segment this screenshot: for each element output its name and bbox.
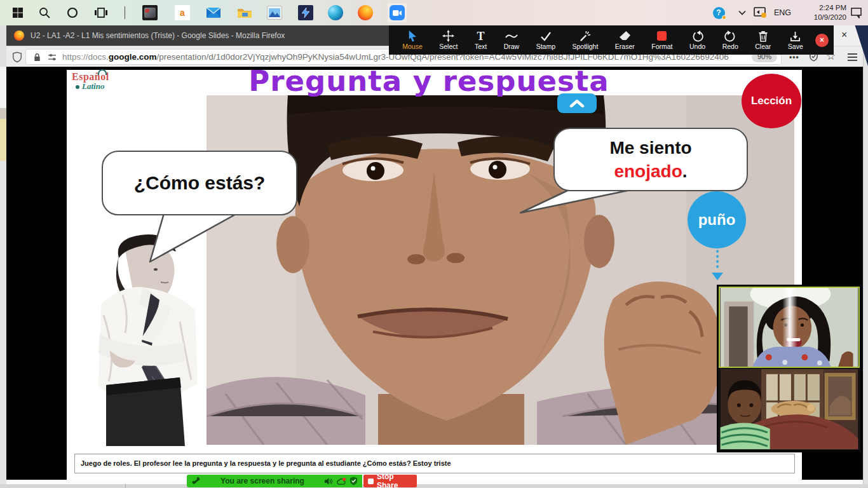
tool-mouse[interactable]: Mouse (394, 25, 431, 55)
cloud-recording-icon (336, 477, 346, 485)
tool-draw[interactable]: Draw (495, 25, 527, 55)
windows-taskbar: a ? (0, 0, 868, 25)
taskbar-mail[interactable] (206, 5, 221, 20)
headphones-icon (98, 69, 107, 75)
taskbar-divider (125, 6, 125, 19)
redo-icon (724, 30, 736, 42)
cortana-button[interactable] (65, 5, 80, 20)
action-center-icon (850, 7, 863, 18)
trash-icon (758, 30, 768, 42)
tray-display-button[interactable] (752, 5, 768, 20)
format-color-icon (657, 30, 667, 42)
draw-icon (505, 30, 518, 42)
taskbar-edge[interactable] (328, 5, 343, 20)
video-panel[interactable] (717, 285, 862, 452)
mouse-cursor-icon (407, 30, 418, 42)
tracking-protection-shield-icon[interactable] (11, 51, 23, 64)
help-icon: ? (713, 7, 725, 19)
taskbar-zoom-active[interactable] (388, 3, 407, 22)
tool-undo[interactable]: Undo (681, 25, 714, 55)
tool-redo[interactable]: Redo (714, 25, 747, 55)
vocab-circle: puño (688, 191, 746, 248)
cortana-icon (66, 6, 79, 19)
answer-line2: enojado. (614, 159, 687, 183)
screen: a ? (0, 0, 868, 488)
tool-spotlight[interactable]: Spotlight (564, 25, 606, 55)
taskbar-photo-app[interactable] (142, 5, 158, 20)
action-center-button[interactable] (849, 5, 864, 20)
lock-icon (32, 52, 42, 62)
window-close-button[interactable]: × (841, 29, 847, 41)
stop-share-button[interactable]: Stop Share (363, 475, 417, 487)
tool-clear[interactable]: Clear (747, 25, 780, 55)
phone-icon (192, 477, 201, 485)
sharing-status-text: You are screen sharing (201, 477, 324, 485)
dotted-arrow-down (708, 250, 727, 281)
window-title: U2 - LA1 -A2 - L1 Mis sentimientos (Tris… (31, 31, 285, 40)
check-icon (540, 30, 552, 42)
security-shield-icon (349, 477, 358, 485)
background-window-edge-left (0, 67, 6, 108)
background-window-edge-left (0, 25, 6, 67)
taskbar-amazon[interactable]: a (175, 5, 190, 20)
taskbar-photos[interactable] (267, 5, 282, 20)
speaker-notes: Juego de roles. El profesor lee la pregu… (74, 454, 795, 473)
tool-format[interactable]: Format (643, 25, 681, 55)
tray-hidden-icons-button[interactable] (735, 5, 750, 20)
background-window-edge-left (0, 161, 6, 488)
logo-text-bottom: Latino (82, 81, 109, 92)
tray-language-button[interactable]: ENG (774, 8, 791, 17)
close-icon: × (820, 36, 824, 44)
tray-clock-button[interactable]: 2:24 PM 10/9/2020 (796, 3, 846, 22)
taskbar-lightning-app[interactable] (298, 5, 313, 20)
permissions-icon[interactable] (47, 52, 57, 62)
vocab-circle-label: puño (698, 211, 736, 229)
folder-icon (237, 6, 252, 19)
save-download-icon (790, 30, 801, 42)
taskbar-search-button[interactable] (37, 5, 52, 20)
eraser-icon (619, 30, 631, 42)
espanol-latino-logo: Español Latino (72, 71, 109, 92)
move-cross-icon (442, 30, 454, 42)
menu-hamburger-icon[interactable] (848, 53, 857, 55)
participant-video-student (719, 369, 860, 450)
chevron-down-icon (738, 10, 746, 15)
tool-stamp[interactable]: Stamp (527, 25, 564, 55)
answer-bubble-tail (518, 189, 634, 217)
microphone-icon (76, 85, 79, 89)
annotation-toolbar: Mouse Select T Text Draw Stamp Spotlight… (389, 25, 834, 55)
windows-logo-icon (12, 7, 24, 18)
answer-emotion: enojado (614, 161, 682, 181)
taskbar-file-explorer[interactable] (237, 5, 252, 20)
background-window-edge-left (0, 119, 6, 161)
lesson-badge: Lección (742, 74, 801, 128)
start-button[interactable] (10, 5, 25, 20)
search-icon (38, 6, 51, 19)
tool-select[interactable]: Select (431, 25, 466, 55)
question-text: ¿Cómo estás? (134, 172, 266, 194)
display-icon (754, 7, 767, 18)
question-bubble: ¿Cómo estás? (102, 151, 297, 215)
taskbar-firefox[interactable] (358, 5, 373, 20)
thinking-man-photo (85, 233, 199, 446)
lesson-badge-label: Lección (751, 95, 792, 107)
tray-help-button[interactable]: ? (711, 5, 726, 20)
amazon-icon: a (175, 5, 190, 20)
speaker-icon (324, 477, 333, 485)
spotlight-icon (579, 30, 591, 42)
firefox-icon (358, 5, 373, 20)
tool-eraser[interactable]: Eraser (607, 25, 643, 55)
firefox-logo-icon (14, 30, 24, 41)
answer-line1: Me siento (609, 136, 691, 159)
undo-icon (692, 30, 703, 42)
task-view-button[interactable] (93, 5, 109, 20)
bottom-edge-divider (125, 484, 126, 488)
tray-time: 2:24 PM (796, 3, 846, 13)
close-annotation-button[interactable]: × (815, 34, 829, 47)
language-indicator: ENG (774, 8, 791, 17)
task-view-icon (94, 6, 108, 19)
slide[interactable]: Español Latino Pregunta y respuesta (67, 70, 802, 480)
tool-text[interactable]: T Text (466, 25, 496, 55)
tool-save[interactable]: Save (780, 25, 811, 55)
photo-app-icon (142, 5, 158, 20)
